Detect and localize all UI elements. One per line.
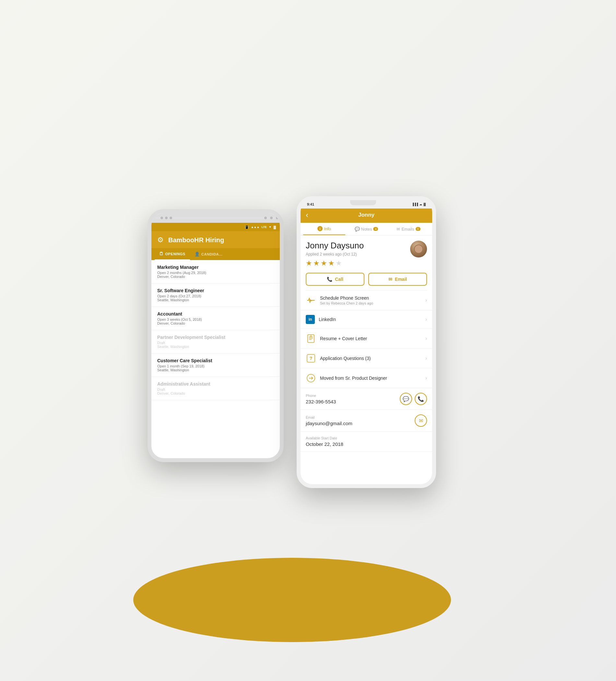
email-button[interactable]: ✉ Email [368,273,427,286]
svg-point-4 [310,335,312,336]
job-title: Administrative Assistant [157,381,274,386]
resume-label: Resume + Cover Letter [320,336,426,341]
linkedin-row[interactable]: in LinkedIn › [301,310,432,329]
job-title: Accountant [157,311,274,317]
call-icon: 📞 [327,277,332,282]
notes-badge: 4 [373,227,378,231]
tab-openings[interactable]: 🗒 OPENINGS [155,248,190,260]
star-3[interactable]: ★ [320,259,327,268]
linkedin-label: LinkedIn [319,317,426,322]
job-location: Seattle, Washington [157,345,274,349]
star-2[interactable]: ★ [313,259,320,268]
sms-button[interactable]: 💬 [400,393,412,405]
job-location: Denver, Colorado [157,392,274,395]
schedule-sub: Set by Rebecca Chen 2 days ago [320,301,426,305]
candidate-name-header: Jonny [358,212,375,218]
questions-row[interactable]: ? Application Questions (3) › [301,349,432,369]
candidate-applied: Applied 2 weeks ago (Oct 12) [306,252,364,256]
job-title: Marketing Manager [157,264,274,270]
resume-row[interactable]: Resume + Cover Letter › [301,329,432,349]
back-button[interactable]: ‹ [306,210,308,220]
email-label: Email [306,415,353,419]
status-signal: ▲▲▲ [251,225,260,229]
job-item-6[interactable]: Administrative Assistant Draft Denver, C… [151,377,280,400]
start-date-value: October 22, 2018 [306,442,427,447]
schedule-title: Schedule Phone Screen [320,296,426,301]
email-value: jdaysuno@gmail.com [306,421,353,426]
phone-label: Phone [306,394,336,398]
star-5[interactable]: ★ [336,259,342,268]
signal-bars: ▐▐▐ [412,203,418,206]
job-meta: Open 1 month (Sep 19, 2018) [157,364,274,368]
job-item-4[interactable]: Partner Development Specialist Draft Sea… [151,330,280,353]
schedule-row[interactable]: Schedule Phone Screen Set by Rebecca Che… [301,291,432,310]
wifi-icon: ☁ [419,203,422,206]
candidate-full-name: Jonny Daysuno [306,241,364,251]
emails-icon: ✉ [396,227,400,231]
call-button[interactable]: 📞 Call [306,273,364,286]
chevron-right-icon: › [426,355,427,361]
job-meta: Open 3 weeks (Oct 5, 2018) [157,318,274,321]
questions-label: Application Questions (3) [320,356,426,361]
job-location: Denver, Colorado [157,321,274,325]
candidates-icon: 👤 [195,252,200,256]
email-action-icon: ✉ [388,277,392,282]
back-phone: 📳 ▲▲▲ LTE ▼ ▓ ⚙ BambooHR Hiring 🗒 OPENIN… [148,209,284,462]
job-item-1[interactable]: Marketing Manager Open 2 months (Aug 29,… [151,260,280,283]
star-4[interactable]: ★ [328,259,335,268]
moved-row[interactable]: Moved from Sr. Product Designer › [301,369,432,388]
pulse-icon [306,295,316,305]
openings-icon: 🗒 [159,251,164,256]
battery-icon: ▓ [424,203,426,206]
send-email-button[interactable]: ✉ [415,414,427,427]
questions-icon: ? [306,353,316,363]
start-date-field: Available Start Date October 22, 2018 [301,432,432,452]
svg-text:?: ? [310,356,312,361]
moved-icon [306,373,316,383]
notes-icon: 💬 [355,227,360,231]
job-meta: Open 2 days (Oct 27, 2018) [157,294,274,298]
job-item-3[interactable]: Accountant Open 3 weeks (Oct 5, 2018) De… [151,307,280,330]
chevron-right-icon: › [426,375,427,381]
tab-emails[interactable]: ✉ Emails 6 [387,223,430,235]
job-item-2[interactable]: Sr. Software Engineer Open 2 days (Oct 2… [151,283,280,307]
job-title: Sr. Software Engineer [157,288,274,293]
status-vibrate: 📳 [245,225,249,229]
emails-badge: 6 [416,227,420,231]
job-meta-2: Denver, Colorado [157,275,274,279]
star-1[interactable]: ★ [306,259,312,268]
moved-label: Moved from Sr. Product Designer [320,376,426,381]
front-phone: 9:41 ▐▐▐ ☁ ▓ ‹ Jonny [297,196,436,488]
chevron-right-icon: › [426,297,427,303]
call-field-button[interactable]: 📞 [415,393,427,405]
resume-icon [306,333,316,344]
status-lte: LTE [261,225,266,229]
call-field-icon: 📞 [417,396,424,402]
job-title: Partner Development Specialist [157,335,274,340]
job-meta: Draft [157,387,274,392]
job-location: Seattle, Washington [157,298,274,302]
status-time: 9:41 [307,202,314,206]
chevron-right-icon: › [426,336,427,342]
sms-icon: 💬 [403,396,409,402]
job-item-5[interactable]: Customer Care Specialist Open 1 month (S… [151,353,280,377]
job-title: Customer Care Specialist [157,358,274,363]
gear-icon: ⚙ [157,236,164,244]
job-meta: Draft [157,341,274,345]
chevron-right-icon: › [426,317,427,322]
info-icon: i [317,226,323,231]
phone-field: Phone 232-396-5543 💬 📞 [301,388,432,410]
tab-info[interactable]: i Info [303,223,345,235]
job-location: Seattle, Washington [157,368,274,372]
app-title: BambooHR Hiring [168,236,224,244]
email-field: Email jdaysuno@gmail.com ✉ [301,410,432,432]
linkedin-icon: in [306,315,315,324]
job-meta-1: Open 2 months (Aug 29, 2018) [157,271,274,275]
phone-value: 232-396-5543 [306,399,336,404]
tab-notes[interactable]: 💬 Notes 4 [345,223,387,235]
rating-stars: ★ ★ ★ ★ ★ [306,259,364,268]
status-battery: ▓ [274,225,276,229]
avatar [410,241,427,257]
send-email-icon: ✉ [419,418,423,424]
tab-candidates[interactable]: 👤 CANDIDA... [190,248,227,260]
